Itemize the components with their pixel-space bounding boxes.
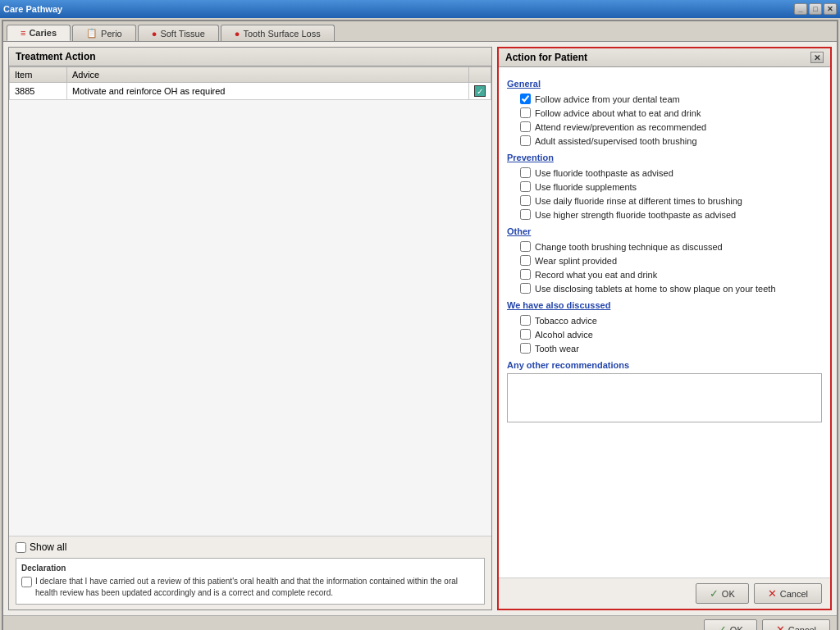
title-bar-controls: _ □ ✕ [794,3,837,15]
left-panel-title: Treatment Action [16,51,96,62]
p3-text: Use daily fluoride rinse at different ti… [535,196,742,206]
ok-icon: ✓ [710,587,719,600]
close-button[interactable]: ✕ [824,3,837,15]
d3-checkbox[interactable] [520,343,531,354]
show-all-row: Show all [16,541,485,553]
any-other-label: Any other recommendations [507,360,822,370]
g2-checkbox[interactable] [520,107,531,118]
o3-checkbox[interactable] [520,269,531,280]
tooth-surface-loss-icon: ● [235,29,240,39]
col-advice: Advice [67,67,469,83]
left-panel: Treatment Action Item Advice 3885 [8,47,492,610]
show-all-label: Show all [30,541,66,553]
tab-perio[interactable]: 📋 Perio [72,25,136,41]
right-content: General Follow advice from your dental t… [499,67,830,578]
section-general-label: General [507,79,822,89]
caries-icon: ≡ [21,28,25,38]
title-text: Care Pathway [3,4,62,14]
panel-ok-label: OK [722,589,735,599]
p1-text: Use fluoride toothpaste as advised [535,168,673,178]
declaration-box: Declaration I declare that I have carrie… [16,558,485,605]
maximize-button[interactable]: □ [809,3,822,15]
tab-caries-label: Caries [29,28,57,38]
declaration-checkbox[interactable] [21,577,32,587]
panel-ok-button[interactable]: ✓ OK [696,583,749,604]
soft-tissue-icon: ● [152,29,158,39]
declaration-row: I declare that I have carried out a revi… [21,576,479,599]
g2-text: Follow advice about what to eat and drin… [535,108,701,118]
main-cancel-label: Cancel [788,625,816,631]
prevention-item-1: Use fluoride supplements [507,180,822,194]
g4-text: Adult assisted/supervised tooth brushing [535,136,697,146]
tab-tooth-surface-loss[interactable]: ● Tooth Surface Loss [221,25,335,41]
perio-icon: 📋 [86,28,98,39]
any-other-textarea[interactable] [507,373,822,422]
discussed-item-2: Tooth wear [507,341,822,355]
right-panel-buttons: ✓ OK ✕ Cancel [499,578,830,609]
main-ok-button[interactable]: ✓ OK [704,619,757,630]
p4-checkbox[interactable] [520,209,531,220]
g1-text: Follow advice from your dental team [535,94,680,104]
o1-checkbox[interactable] [520,241,531,252]
other-item-1: Wear splint provided [507,253,822,267]
table-row[interactable]: 3885 Motivate and reinforce OH as requir… [10,83,491,100]
o1-text: Change tooth brushing technique as discu… [535,242,723,252]
main-footer: ✓ OK ✕ Cancel [3,615,837,630]
prevention-item-2: Use daily fluoride rinse at different ti… [507,194,822,208]
cancel-icon: ✕ [768,587,777,600]
general-item-3: Adult assisted/supervised tooth brushing [507,134,822,148]
other-item-0: Change tooth brushing technique as discu… [507,240,822,253]
d2-checkbox[interactable] [520,329,531,340]
p2-text: Use fluoride supplements [535,182,637,192]
tab-bar: ≡ Caries 📋 Perio ● Soft Tissue ● Tooth S… [3,21,837,42]
g3-text: Attend review/prevention as recommended [535,122,706,132]
left-footer: Show all Declaration I declare that I ha… [9,536,491,609]
panel-cancel-label: Cancel [780,589,808,599]
p1-checkbox[interactable] [520,167,531,178]
o3-text: Record what you eat and drink [535,270,657,280]
row-advice: Motivate and reinforce OH as required [67,83,469,100]
general-item-2: Attend review/prevention as recommended [507,120,822,134]
show-all-checkbox[interactable] [16,542,26,553]
main-cancel-icon: ✕ [776,623,785,630]
treatment-table: Item Advice 3885 Motivate and reinforce … [9,66,491,100]
other-item-3: Use disclosing tablets at home to show p… [507,281,822,295]
tab-tooth-surface-loss-label: Tooth Surface Loss [243,29,320,39]
p3-checkbox[interactable] [520,195,531,206]
left-panel-header: Treatment Action [9,48,491,66]
o2-checkbox[interactable] [520,255,531,266]
tab-perio-label: Perio [101,29,122,39]
section-prevention-label: Prevention [507,153,822,162]
g1-checkbox[interactable] [520,94,531,104]
main-ok-icon: ✓ [718,623,727,630]
minimize-button[interactable]: _ [794,3,807,15]
main-cancel-button[interactable]: ✕ Cancel [762,619,830,630]
main-window: ≡ Caries 📋 Perio ● Soft Tissue ● Tooth S… [2,20,838,630]
o4-checkbox[interactable] [520,283,531,294]
discussed-item-1: Alcohol advice [507,327,822,341]
row-item: 3885 [10,83,67,100]
right-panel-close[interactable]: ✕ [810,52,824,63]
section-discussed-label: We have also discussed [507,300,822,310]
tab-soft-tissue-label: Soft Tissue [160,29,204,39]
right-panel: Action for Patient ✕ General Follow advi… [497,47,832,610]
check-icon: ✓ [474,85,486,97]
d1-checkbox[interactable] [520,315,531,326]
prevention-item-0: Use fluoride toothpaste as advised [507,166,822,180]
tab-caries[interactable]: ≡ Caries [7,25,71,41]
g4-checkbox[interactable] [520,135,531,146]
title-bar: Care Pathway _ □ ✕ [0,0,840,18]
g3-checkbox[interactable] [520,121,531,132]
declaration-title: Declaration [21,564,479,573]
d2-text: Alcohol advice [535,330,593,340]
panel-cancel-button[interactable]: ✕ Cancel [754,583,822,604]
p2-checkbox[interactable] [520,181,531,192]
d3-text: Tooth wear [535,344,579,354]
o2-text: Wear splint provided [535,256,617,266]
right-panel-header: Action for Patient ✕ [499,48,830,67]
tab-soft-tissue[interactable]: ● Soft Tissue [138,25,219,41]
content-area: Treatment Action Item Advice 3885 [3,42,837,615]
other-item-2: Record what you eat and drink [507,267,822,281]
general-item-0: Follow advice from your dental team [507,92,822,106]
d1-text: Tobacco advice [535,316,597,326]
